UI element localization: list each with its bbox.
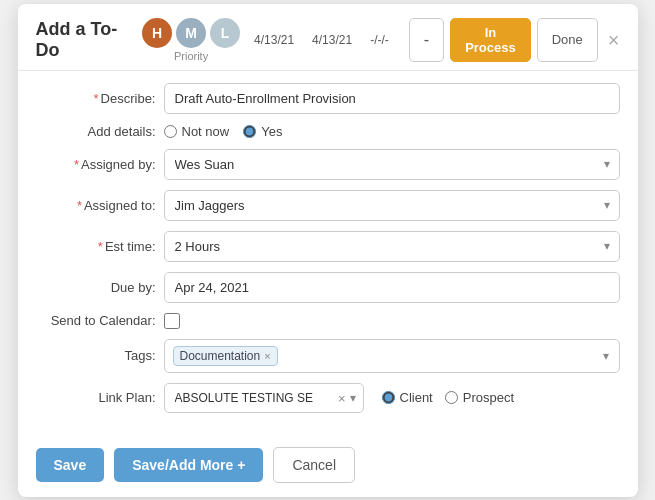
status-inprocess-button[interactable]: In Process xyxy=(450,18,531,62)
modal-header: Add a To-Do H M L Priority 4/13/21 4/13/… xyxy=(18,4,638,71)
describe-label: *Describe: xyxy=(36,91,156,106)
date-item-2: 4/13/21 xyxy=(312,33,352,47)
priority-badges: H M L xyxy=(142,18,240,48)
est-time-label: *Est time: xyxy=(36,239,156,254)
cancel-button[interactable]: Cancel xyxy=(273,447,355,483)
assigned-by-row: *Assigned by: Wes Suan ▾ xyxy=(36,149,620,180)
radio-prospect-label[interactable]: Prospect xyxy=(445,390,514,405)
est-time-required: * xyxy=(98,239,103,254)
radio-client-label[interactable]: Client xyxy=(382,390,433,405)
add-todo-modal: Add a To-Do H M L Priority 4/13/21 4/13/… xyxy=(18,4,638,497)
due-by-row: Due by: xyxy=(36,272,620,303)
link-plan-label: Link Plan: xyxy=(36,390,156,405)
tag-chip-documentation: Documentation × xyxy=(173,346,278,366)
date-val-3: -/-/- xyxy=(370,33,389,47)
status-buttons: - In Process Done xyxy=(409,18,598,62)
radio-yes-text: Yes xyxy=(261,124,282,139)
priority-group: H M L Priority xyxy=(142,18,240,62)
radio-not-now-text: Not now xyxy=(182,124,230,139)
radio-not-now-label[interactable]: Not now xyxy=(164,124,230,139)
radio-not-now[interactable] xyxy=(164,125,177,138)
est-time-select-wrap: 2 Hours ▾ xyxy=(164,231,620,262)
describe-input[interactable] xyxy=(164,83,620,114)
link-plan-row: Link Plan: ABSOLUTE TESTING SERVICES, IN… xyxy=(36,383,620,413)
link-plan-clear-icon[interactable]: × xyxy=(338,390,346,405)
priority-badge-h[interactable]: H xyxy=(142,18,172,48)
tags-row: Tags: Documentation × ▾ xyxy=(36,339,620,373)
assigned-to-select[interactable]: Jim Jaggers xyxy=(164,190,620,221)
send-to-calendar-row: Send to Calendar: xyxy=(36,313,620,329)
assigned-to-label: *Assigned to: xyxy=(36,198,156,213)
save-add-more-button[interactable]: Save/Add More + xyxy=(114,448,263,482)
link-plan-select-wrap: ABSOLUTE TESTING SERVICES, INC. 4 × ▾ xyxy=(164,383,364,413)
radio-prospect-text: Prospect xyxy=(463,390,514,405)
tags-chevron-icon: ▾ xyxy=(603,349,609,363)
modal-title: Add a To-Do xyxy=(36,19,127,61)
assigned-by-select-wrap: Wes Suan ▾ xyxy=(164,149,620,180)
radio-client[interactable] xyxy=(382,391,395,404)
tags-label: Tags: xyxy=(36,348,156,363)
add-details-row: Add details: Not now Yes xyxy=(36,124,620,139)
tag-chip-label: Documentation xyxy=(180,349,261,363)
send-to-calendar-checkbox[interactable] xyxy=(164,313,180,329)
assigned-to-select-wrap: Jim Jaggers ▾ xyxy=(164,190,620,221)
priority-label: Priority xyxy=(174,50,208,62)
send-to-calendar-label: Send to Calendar: xyxy=(36,313,156,328)
priority-badge-l[interactable]: L xyxy=(210,18,240,48)
radio-client-text: Client xyxy=(400,390,433,405)
link-plan-chevron-icon[interactable]: ▾ xyxy=(350,391,356,405)
modal-footer: Save Save/Add More + Cancel xyxy=(18,437,638,497)
assigned-to-required: * xyxy=(77,198,82,213)
date-val-1: 4/13/21 xyxy=(254,33,294,47)
describe-required: * xyxy=(94,91,99,106)
status-done-button[interactable]: Done xyxy=(537,18,598,62)
date-val-2: 4/13/21 xyxy=(312,33,352,47)
modal-body: *Describe: Add details: Not now Yes *Ass… xyxy=(18,71,638,437)
est-time-select[interactable]: 2 Hours xyxy=(164,231,620,262)
describe-row: *Describe: xyxy=(36,83,620,114)
assigned-by-label: *Assigned by: xyxy=(36,157,156,172)
assigned-by-required: * xyxy=(74,157,79,172)
radio-yes-label[interactable]: Yes xyxy=(243,124,282,139)
date-item-1: 4/13/21 xyxy=(254,33,294,47)
est-time-row: *Est time: 2 Hours ▾ xyxy=(36,231,620,262)
modal-close-button[interactable]: × xyxy=(608,30,620,50)
save-button[interactable]: Save xyxy=(36,448,105,482)
radio-prospect[interactable] xyxy=(445,391,458,404)
tag-chip-close-icon[interactable]: × xyxy=(264,350,270,362)
due-by-input[interactable] xyxy=(164,272,620,303)
link-plan-icons: × ▾ xyxy=(338,390,356,405)
date-group: 4/13/21 4/13/21 -/-/- xyxy=(254,33,389,47)
send-to-calendar-checkbox-wrap xyxy=(164,313,180,329)
assigned-by-select[interactable]: Wes Suan xyxy=(164,149,620,180)
status-dash-button[interactable]: - xyxy=(409,18,444,62)
tags-input-wrap[interactable]: Documentation × ▾ xyxy=(164,339,620,373)
add-details-radios: Not now Yes xyxy=(164,124,283,139)
priority-badge-m[interactable]: M xyxy=(176,18,206,48)
due-by-label: Due by: xyxy=(36,280,156,295)
add-details-label: Add details: xyxy=(36,124,156,139)
radio-yes[interactable] xyxy=(243,125,256,138)
assigned-to-row: *Assigned to: Jim Jaggers ▾ xyxy=(36,190,620,221)
client-prospect-group: Client Prospect xyxy=(382,390,515,405)
date-item-3: -/-/- xyxy=(370,33,389,47)
link-plan-select[interactable]: ABSOLUTE TESTING SERVICES, INC. 4 xyxy=(164,383,364,413)
